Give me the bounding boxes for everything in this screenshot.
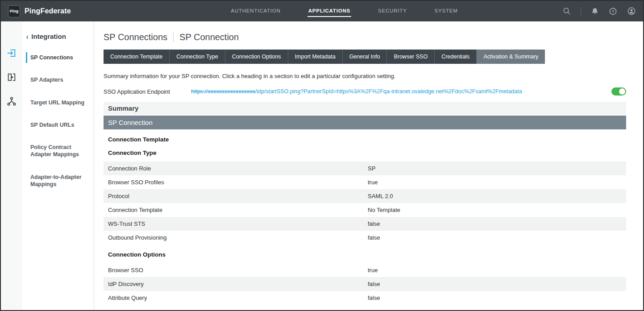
- header-divider: [581, 7, 581, 16]
- summary-heading: Summary: [104, 102, 626, 115]
- table-row: IdP Discovery false: [104, 277, 626, 291]
- sso-link-redacted-part: https://xxxxxxxxxxxxxxxxx: [191, 88, 255, 95]
- top-nav: AUTHENTICATION APPLICATIONS SECURITY SYS…: [142, 5, 547, 17]
- tab-general-info[interactable]: General Info: [343, 50, 387, 64]
- tab-connection-type[interactable]: Connection Type: [170, 50, 225, 64]
- top-header: Ping PingFederate AUTHENTICATION APPLICA…: [1, 1, 643, 21]
- toggle-knob: [619, 88, 625, 95]
- search-icon[interactable]: [563, 7, 571, 15]
- sso-endpoint-label: SSO Application Endpoint: [104, 88, 191, 95]
- row-label: Browser SSO Profiles: [108, 179, 368, 186]
- section-heading-connection-type[interactable]: Connection Type: [104, 149, 626, 156]
- row-value: true: [368, 267, 622, 274]
- nav-authentication[interactable]: AUTHENTICATION: [230, 5, 281, 17]
- sidebar-item-policy-contract-adapter-mappings[interactable]: Policy Contract Adapter Mappings: [26, 141, 89, 161]
- page-title: SP Connections SP Connection: [104, 32, 626, 42]
- tab-connection-options[interactable]: Connection Options: [225, 50, 288, 64]
- row-value: false: [368, 281, 622, 287]
- back-chevron-icon[interactable]: ‹: [26, 32, 29, 41]
- connection-options-rows: Browser SSO true IdP Discovery false Att…: [104, 263, 626, 305]
- title-divider: [173, 33, 174, 42]
- breadcrumb-secondary: SP Connection: [179, 32, 239, 42]
- sso-endpoint-row: SSO Application Endpoint https://xxxxxxx…: [104, 87, 626, 95]
- nav-security[interactable]: SECURITY: [377, 5, 408, 17]
- header-icons: ?: [547, 7, 636, 16]
- sso-endpoint-link[interactable]: https://xxxxxxxxxxxxxxxxx/idp/startSSO.p…: [191, 88, 522, 95]
- row-value: SP: [368, 165, 622, 172]
- table-row: Browser SSO Profiles true: [104, 175, 626, 189]
- notifications-bell-icon[interactable]: [591, 7, 599, 15]
- sidebar-item-adapter-to-adapter-mappings[interactable]: Adapter-to-Adapter Mappings: [26, 171, 89, 191]
- mappings-icon[interactable]: [7, 96, 17, 108]
- ping-logo: Ping: [8, 5, 20, 17]
- help-icon[interactable]: ?: [609, 7, 617, 16]
- row-value: SAML 2.0: [368, 193, 622, 199]
- table-row: Connection Template No Template: [104, 203, 626, 217]
- row-label: Connection Template: [108, 207, 368, 213]
- row-label: IdP Discovery: [108, 281, 368, 287]
- tab-credentials[interactable]: Credentials: [435, 50, 477, 64]
- row-value: false: [368, 220, 622, 227]
- sso-link-visible-part: /idp/startSSO.ping?PartnerSpId=https%3A%…: [255, 88, 522, 95]
- tab-browser-sso[interactable]: Browser SSO: [387, 50, 435, 64]
- row-value: false: [368, 294, 622, 301]
- sidebar-item-sp-default-urls[interactable]: SP Default URLs: [26, 119, 89, 131]
- table-row: Protocol SAML 2.0: [104, 189, 626, 203]
- table-row: Browser SSO true: [104, 263, 626, 277]
- sidebar-icon-rail: [1, 21, 22, 310]
- sidebar-menu: SP Connections SP Adapters Target URL Ma…: [26, 51, 89, 191]
- user-avatar-icon[interactable]: [627, 7, 636, 16]
- row-value: true: [368, 179, 622, 186]
- sidebar-header: ‹ Integration: [26, 32, 89, 41]
- sp-connection-bar: SP Connection: [104, 116, 626, 129]
- svg-text:?: ?: [612, 9, 615, 14]
- summary-hint-text: Summary information for your SP connecti…: [104, 73, 626, 79]
- sp-adapters-icon[interactable]: [7, 72, 17, 84]
- row-label: Connection Role: [108, 165, 368, 172]
- brand-title: PingFederate: [25, 7, 71, 15]
- wizard-tabs: Connection Template Connection Type Conn…: [104, 50, 545, 64]
- breadcrumb-primary: SP Connections: [104, 32, 167, 42]
- sidebar-item-sp-adapters[interactable]: SP Adapters: [26, 74, 89, 86]
- section-heading-connection-template[interactable]: Connection Template: [104, 136, 626, 143]
- row-label: WS-Trust STS: [108, 220, 368, 227]
- row-label: Browser SSO: [108, 267, 368, 274]
- table-row: Connection Role SP: [104, 162, 626, 175]
- pingfederate-window: Ping PingFederate AUTHENTICATION APPLICA…: [0, 0, 644, 311]
- row-value: No Template: [368, 207, 622, 213]
- row-label: Outbound Provisioning: [108, 234, 368, 241]
- tab-activation-summary[interactable]: Activation & Summary: [477, 50, 545, 64]
- row-value: false: [368, 234, 622, 241]
- section-heading-connection-options[interactable]: Connection Options: [104, 251, 626, 258]
- tab-import-metadata[interactable]: Import Metadata: [288, 50, 343, 64]
- tab-connection-template[interactable]: Connection Template: [104, 50, 170, 64]
- nav-system[interactable]: SYSTEM: [434, 5, 459, 17]
- connection-type-rows: Connection Role SP Browser SSO Profiles …: [104, 162, 626, 245]
- sidebar-section-title: Integration: [31, 33, 66, 40]
- sidebar-panel: ‹ Integration SP Connections SP Adapters…: [22, 21, 94, 310]
- table-row: Attribute Query false: [104, 291, 626, 305]
- nav-applications[interactable]: APPLICATIONS: [307, 5, 351, 17]
- sidebar-item-target-url-mapping[interactable]: Target URL Mapping: [26, 96, 89, 109]
- sso-endpoint-toggle[interactable]: [611, 87, 626, 95]
- table-row: WS-Trust STS false: [104, 217, 626, 231]
- table-row: Outbound Provisioning false: [104, 231, 626, 245]
- sp-connections-icon[interactable]: [7, 48, 17, 60]
- main-content: SP Connections SP Connection Connection …: [94, 21, 643, 310]
- row-label: Attribute Query: [108, 294, 368, 301]
- brand-area: Ping PingFederate: [8, 5, 142, 17]
- sidebar-item-sp-connections[interactable]: SP Connections: [26, 51, 89, 64]
- row-label: Protocol: [108, 193, 368, 199]
- sidebar: ‹ Integration SP Connections SP Adapters…: [1, 21, 94, 310]
